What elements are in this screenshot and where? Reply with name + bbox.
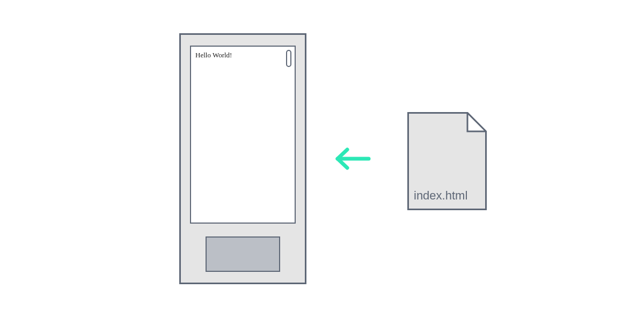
scrollbar-icon (286, 50, 291, 67)
arrow-left-icon (333, 146, 372, 171)
file-fold-icon (467, 113, 486, 132)
file-illustration: index.html (407, 112, 487, 210)
device-screen-text: Hello World! (195, 51, 232, 59)
device-home-button (206, 236, 280, 272)
device-screen: Hello World! (190, 46, 296, 224)
file-label: index.html (414, 189, 467, 203)
device-illustration: Hello World! (179, 33, 306, 284)
